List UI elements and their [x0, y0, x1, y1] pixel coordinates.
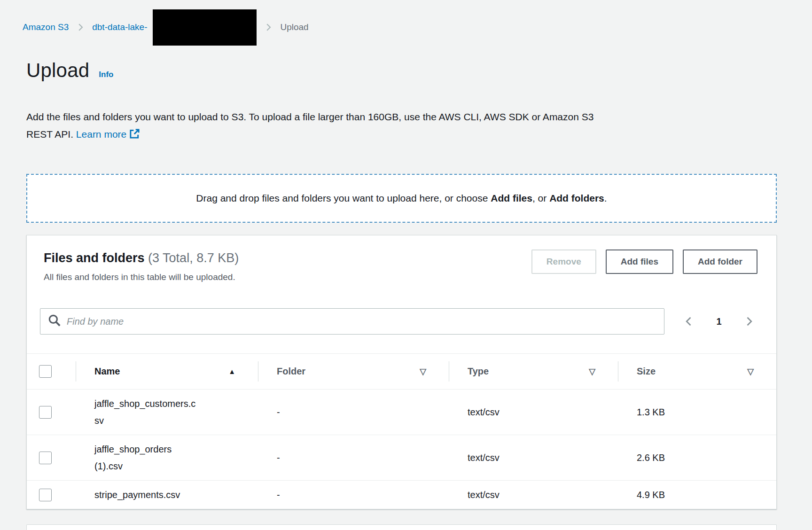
files-table: Name ▲ Folder ▽ Type ▽ Size ▽ jaffle_sho… [27, 353, 776, 509]
cell-folder: - [258, 481, 449, 509]
row-checkbox[interactable] [39, 489, 52, 501]
info-link[interactable]: Info [99, 70, 113, 79]
dropzone-add-files-label: Add files [491, 193, 532, 203]
dropzone-text: Drag and drop files and folders you want… [196, 193, 607, 204]
panel-actions: Remove Add files Add folder [531, 249, 757, 274]
cell-folder: - [258, 444, 449, 472]
sort-icon: ▽ [420, 366, 426, 377]
breadcrumb-current: Upload [280, 22, 308, 32]
row-checkbox-cell [27, 435, 76, 480]
cell-name: jaffle_shop_customers.csv [76, 390, 258, 435]
cell-size: 4.9 KB [618, 481, 776, 509]
breadcrumb: Amazon S3 dbt-data-lake- Upload [0, 19, 812, 36]
next-page-button[interactable] [735, 315, 763, 327]
previous-page-button[interactable] [675, 315, 703, 327]
header-checkbox-cell [27, 354, 76, 389]
external-link-icon [126, 129, 140, 140]
files-and-folders-panel: Files and folders (3 Total, 8.7 KB) All … [26, 235, 777, 509]
table-body: jaffle_shop_customers.csv - text/csv 1.3… [27, 389, 776, 509]
dropzone-add-folders-label: Add folders [549, 193, 604, 203]
row-checkbox[interactable] [39, 452, 52, 464]
sort-ascending-icon: ▲ [228, 367, 235, 375]
cell-size: 1.3 KB [618, 398, 776, 426]
cell-type: text/csv [449, 398, 618, 426]
column-header-type[interactable]: Type ▽ [449, 354, 618, 389]
learn-more-link[interactable]: Learn more [76, 129, 140, 140]
panel-title: Files and folders (3 Total, 8.7 KB) [44, 249, 239, 266]
select-all-checkbox[interactable] [39, 365, 52, 378]
cell-name: stripe_payments.csv [76, 481, 258, 509]
cell-type: text/csv [449, 444, 618, 472]
table-row: jaffle_shop_customers.csv - text/csv 1.3… [27, 389, 776, 435]
cell-folder: - [258, 398, 449, 426]
redacted-bucket-name [153, 9, 257, 46]
drag-and-drop-zone[interactable]: Drag and drop files and folders you want… [26, 174, 777, 223]
add-folder-button[interactable]: Add folder [683, 249, 757, 274]
search-input[interactable] [67, 316, 656, 327]
pagination: 1 [675, 315, 763, 327]
breadcrumb-bucket[interactable]: dbt-data-lake- [92, 22, 147, 32]
sort-icon: ▽ [747, 366, 754, 377]
search-box [40, 308, 664, 335]
breadcrumb-amazon-s3[interactable]: Amazon S3 [23, 22, 69, 32]
column-header-name[interactable]: Name ▲ [76, 354, 258, 389]
search-icon [48, 314, 61, 329]
table-header-row: Name ▲ Folder ▽ Type ▽ Size ▽ [27, 353, 776, 389]
next-section-panel [26, 524, 777, 530]
row-checkbox-cell [27, 390, 76, 435]
column-header-folder[interactable]: Folder ▽ [258, 354, 449, 389]
column-header-size[interactable]: Size ▽ [618, 354, 776, 389]
page-title: Upload [26, 59, 89, 82]
chevron-right-icon [264, 23, 273, 31]
sort-icon: ▽ [589, 366, 595, 377]
add-files-button[interactable]: Add files [606, 249, 673, 274]
cell-size: 2.6 KB [618, 444, 776, 472]
row-checkbox-cell [27, 481, 76, 509]
row-checkbox[interactable] [39, 406, 52, 419]
page-description: Add the files and folders you want to up… [26, 108, 600, 143]
remove-button[interactable]: Remove [531, 249, 596, 274]
panel-subtitle: All files and folders in this table will… [44, 272, 239, 282]
cell-name: jaffle_shop_orders (1).csv [76, 435, 258, 480]
table-row: stripe_payments.csv - text/csv 4.9 KB [27, 480, 776, 509]
cell-type: text/csv [449, 481, 618, 509]
current-page-number[interactable]: 1 [705, 316, 733, 327]
chevron-right-icon [76, 23, 85, 31]
panel-heading-block: Files and folders (3 Total, 8.7 KB) All … [44, 249, 239, 282]
table-row: jaffle_shop_orders (1).csv - text/csv 2.… [27, 435, 776, 480]
panel-counter: (3 Total, 8.7 KB) [148, 251, 239, 265]
